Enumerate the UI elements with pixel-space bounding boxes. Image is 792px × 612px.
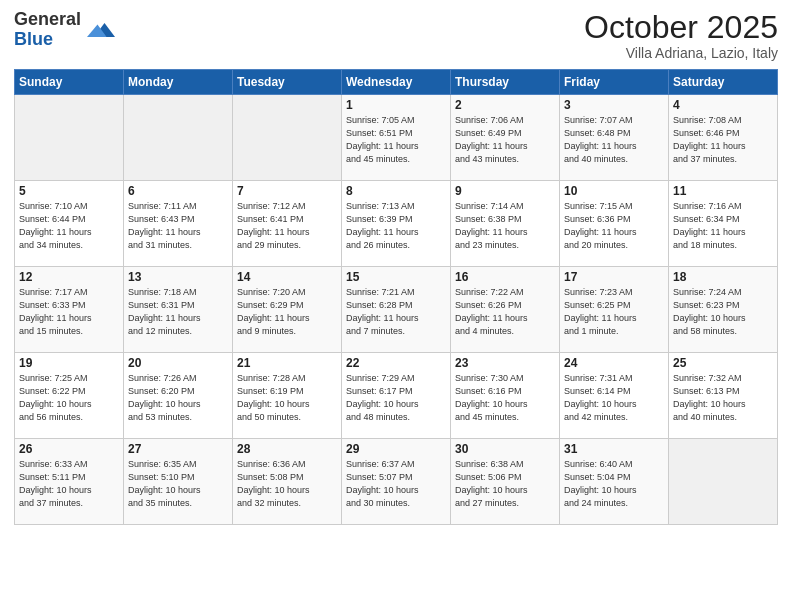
day-number: 14 [237, 270, 337, 284]
calendar-cell: 10Sunrise: 7:15 AM Sunset: 6:36 PM Dayli… [560, 181, 669, 267]
calendar-cell: 20Sunrise: 7:26 AM Sunset: 6:20 PM Dayli… [124, 353, 233, 439]
day-info: Sunrise: 7:06 AM Sunset: 6:49 PM Dayligh… [455, 114, 555, 166]
day-info: Sunrise: 7:23 AM Sunset: 6:25 PM Dayligh… [564, 286, 664, 338]
day-number: 22 [346, 356, 446, 370]
day-info: Sunrise: 7:13 AM Sunset: 6:39 PM Dayligh… [346, 200, 446, 252]
day-info: Sunrise: 6:36 AM Sunset: 5:08 PM Dayligh… [237, 458, 337, 510]
calendar-cell: 28Sunrise: 6:36 AM Sunset: 5:08 PM Dayli… [233, 439, 342, 525]
calendar-cell: 23Sunrise: 7:30 AM Sunset: 6:16 PM Dayli… [451, 353, 560, 439]
day-number: 6 [128, 184, 228, 198]
weekday-header: Thursday [451, 70, 560, 95]
calendar-cell: 19Sunrise: 7:25 AM Sunset: 6:22 PM Dayli… [15, 353, 124, 439]
day-info: Sunrise: 7:05 AM Sunset: 6:51 PM Dayligh… [346, 114, 446, 166]
calendar-cell: 8Sunrise: 7:13 AM Sunset: 6:39 PM Daylig… [342, 181, 451, 267]
day-number: 20 [128, 356, 228, 370]
calendar-cell: 12Sunrise: 7:17 AM Sunset: 6:33 PM Dayli… [15, 267, 124, 353]
calendar-cell: 22Sunrise: 7:29 AM Sunset: 6:17 PM Dayli… [342, 353, 451, 439]
calendar-cell: 29Sunrise: 6:37 AM Sunset: 5:07 PM Dayli… [342, 439, 451, 525]
calendar-cell: 26Sunrise: 6:33 AM Sunset: 5:11 PM Dayli… [15, 439, 124, 525]
day-number: 23 [455, 356, 555, 370]
day-number: 26 [19, 442, 119, 456]
day-number: 7 [237, 184, 337, 198]
day-number: 28 [237, 442, 337, 456]
day-info: Sunrise: 7:24 AM Sunset: 6:23 PM Dayligh… [673, 286, 773, 338]
day-number: 12 [19, 270, 119, 284]
calendar-week-row: 1Sunrise: 7:05 AM Sunset: 6:51 PM Daylig… [15, 95, 778, 181]
day-number: 3 [564, 98, 664, 112]
day-info: Sunrise: 6:38 AM Sunset: 5:06 PM Dayligh… [455, 458, 555, 510]
logo-blue: Blue [14, 30, 81, 50]
day-number: 18 [673, 270, 773, 284]
weekday-header: Wednesday [342, 70, 451, 95]
day-info: Sunrise: 7:18 AM Sunset: 6:31 PM Dayligh… [128, 286, 228, 338]
day-number: 31 [564, 442, 664, 456]
day-info: Sunrise: 7:16 AM Sunset: 6:34 PM Dayligh… [673, 200, 773, 252]
calendar-cell: 30Sunrise: 6:38 AM Sunset: 5:06 PM Dayli… [451, 439, 560, 525]
weekday-header: Monday [124, 70, 233, 95]
weekday-header: Friday [560, 70, 669, 95]
day-number: 29 [346, 442, 446, 456]
day-info: Sunrise: 6:35 AM Sunset: 5:10 PM Dayligh… [128, 458, 228, 510]
weekday-header: Sunday [15, 70, 124, 95]
day-number: 25 [673, 356, 773, 370]
day-number: 9 [455, 184, 555, 198]
day-number: 17 [564, 270, 664, 284]
calendar-cell: 14Sunrise: 7:20 AM Sunset: 6:29 PM Dayli… [233, 267, 342, 353]
calendar-cell: 24Sunrise: 7:31 AM Sunset: 6:14 PM Dayli… [560, 353, 669, 439]
calendar-cell: 21Sunrise: 7:28 AM Sunset: 6:19 PM Dayli… [233, 353, 342, 439]
day-number: 21 [237, 356, 337, 370]
day-info: Sunrise: 7:26 AM Sunset: 6:20 PM Dayligh… [128, 372, 228, 424]
weekday-header: Saturday [669, 70, 778, 95]
calendar-cell: 1Sunrise: 7:05 AM Sunset: 6:51 PM Daylig… [342, 95, 451, 181]
day-info: Sunrise: 7:20 AM Sunset: 6:29 PM Dayligh… [237, 286, 337, 338]
day-info: Sunrise: 7:21 AM Sunset: 6:28 PM Dayligh… [346, 286, 446, 338]
calendar-cell: 16Sunrise: 7:22 AM Sunset: 6:26 PM Dayli… [451, 267, 560, 353]
day-number: 30 [455, 442, 555, 456]
weekday-header: Tuesday [233, 70, 342, 95]
day-number: 16 [455, 270, 555, 284]
calendar-cell: 31Sunrise: 6:40 AM Sunset: 5:04 PM Dayli… [560, 439, 669, 525]
calendar-cell: 3Sunrise: 7:07 AM Sunset: 6:48 PM Daylig… [560, 95, 669, 181]
day-info: Sunrise: 7:14 AM Sunset: 6:38 PM Dayligh… [455, 200, 555, 252]
calendar-table: SundayMondayTuesdayWednesdayThursdayFrid… [14, 69, 778, 525]
logo-icon [87, 16, 115, 44]
day-number: 10 [564, 184, 664, 198]
day-info: Sunrise: 7:31 AM Sunset: 6:14 PM Dayligh… [564, 372, 664, 424]
calendar-cell: 25Sunrise: 7:32 AM Sunset: 6:13 PM Dayli… [669, 353, 778, 439]
day-info: Sunrise: 7:07 AM Sunset: 6:48 PM Dayligh… [564, 114, 664, 166]
day-info: Sunrise: 7:11 AM Sunset: 6:43 PM Dayligh… [128, 200, 228, 252]
day-info: Sunrise: 7:22 AM Sunset: 6:26 PM Dayligh… [455, 286, 555, 338]
calendar-week-row: 19Sunrise: 7:25 AM Sunset: 6:22 PM Dayli… [15, 353, 778, 439]
day-info: Sunrise: 7:15 AM Sunset: 6:36 PM Dayligh… [564, 200, 664, 252]
calendar-cell [15, 95, 124, 181]
day-info: Sunrise: 6:33 AM Sunset: 5:11 PM Dayligh… [19, 458, 119, 510]
day-info: Sunrise: 7:17 AM Sunset: 6:33 PM Dayligh… [19, 286, 119, 338]
logo-general: General [14, 10, 81, 30]
calendar-cell: 13Sunrise: 7:18 AM Sunset: 6:31 PM Dayli… [124, 267, 233, 353]
title-section: October 2025 Villa Adriana, Lazio, Italy [584, 10, 778, 61]
day-number: 27 [128, 442, 228, 456]
calendar-cell: 15Sunrise: 7:21 AM Sunset: 6:28 PM Dayli… [342, 267, 451, 353]
calendar-cell: 5Sunrise: 7:10 AM Sunset: 6:44 PM Daylig… [15, 181, 124, 267]
day-number: 13 [128, 270, 228, 284]
day-number: 24 [564, 356, 664, 370]
calendar-week-row: 26Sunrise: 6:33 AM Sunset: 5:11 PM Dayli… [15, 439, 778, 525]
calendar-cell: 17Sunrise: 7:23 AM Sunset: 6:25 PM Dayli… [560, 267, 669, 353]
day-info: Sunrise: 7:32 AM Sunset: 6:13 PM Dayligh… [673, 372, 773, 424]
calendar-week-row: 5Sunrise: 7:10 AM Sunset: 6:44 PM Daylig… [15, 181, 778, 267]
day-number: 19 [19, 356, 119, 370]
day-info: Sunrise: 7:30 AM Sunset: 6:16 PM Dayligh… [455, 372, 555, 424]
calendar-cell: 18Sunrise: 7:24 AM Sunset: 6:23 PM Dayli… [669, 267, 778, 353]
page-header: General Blue October 2025 Villa Adriana,… [14, 10, 778, 61]
day-number: 11 [673, 184, 773, 198]
day-info: Sunrise: 6:37 AM Sunset: 5:07 PM Dayligh… [346, 458, 446, 510]
day-info: Sunrise: 7:10 AM Sunset: 6:44 PM Dayligh… [19, 200, 119, 252]
calendar-cell [233, 95, 342, 181]
day-number: 4 [673, 98, 773, 112]
day-number: 1 [346, 98, 446, 112]
calendar-cell: 27Sunrise: 6:35 AM Sunset: 5:10 PM Dayli… [124, 439, 233, 525]
day-info: Sunrise: 7:29 AM Sunset: 6:17 PM Dayligh… [346, 372, 446, 424]
calendar-cell [124, 95, 233, 181]
day-info: Sunrise: 6:40 AM Sunset: 5:04 PM Dayligh… [564, 458, 664, 510]
day-info: Sunrise: 7:12 AM Sunset: 6:41 PM Dayligh… [237, 200, 337, 252]
